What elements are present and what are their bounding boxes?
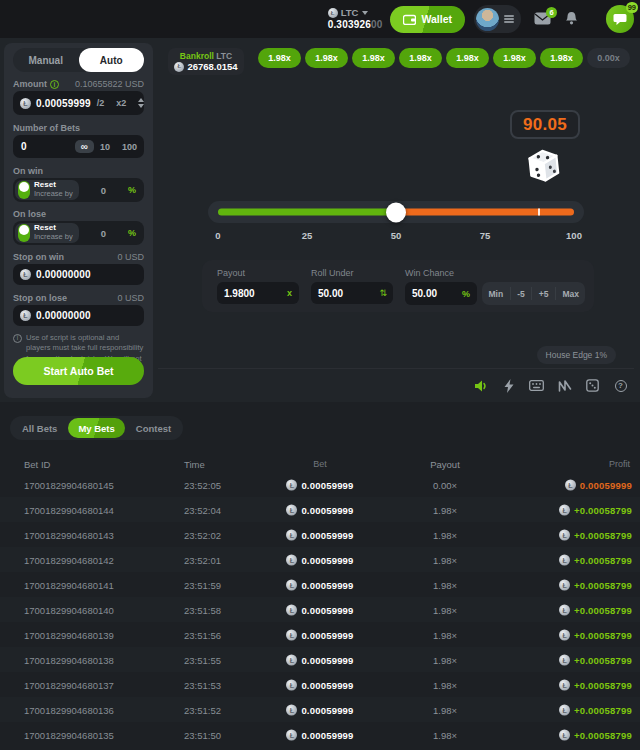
toggle-icon <box>18 181 30 199</box>
table-row[interactable]: 17001829904680135 23:51:50 0.00059999 1.… <box>0 722 640 747</box>
chat-button[interactable]: 99 <box>606 5 634 33</box>
table-row[interactable]: 17001829904680140 23:51:58 0.00059999 1.… <box>0 597 640 622</box>
on-lose-value[interactable]: 0 <box>79 228 128 239</box>
bet-profit: +0.00058799 <box>559 529 632 540</box>
multiplier-pill[interactable]: 1.98x <box>399 48 442 68</box>
instant-bet-icon[interactable] <box>501 378 516 393</box>
toggle-icon <box>18 224 30 242</box>
number-of-bets-label: Number of Bets <box>13 123 144 133</box>
bet-payout-multiplier: 1.98× <box>390 604 500 615</box>
ltc-coin-icon <box>286 529 297 540</box>
on-win-value[interactable]: 0 <box>79 185 128 196</box>
infinity-button[interactable]: ∞ <box>75 140 94 153</box>
roll-under-input[interactable]: 50.00 ⇅ <box>311 282 393 304</box>
chance-minus5-button[interactable]: -5 <box>510 287 532 300</box>
bet-controls-sidebar: Manual Auto Amounti 0.10655822 USD 0.000… <box>4 43 153 398</box>
tab-contest[interactable]: Contest <box>126 418 181 438</box>
bet-id: 17001829904680136 <box>24 704 114 715</box>
multiplier-pill[interactable]: 1.98x <box>540 48 583 68</box>
game-footer <box>158 368 634 402</box>
table-body: 17001829904680145 23:52:05 0.00059999 0.… <box>0 472 640 750</box>
bet-id: 17001829904680141 <box>24 579 114 590</box>
table-row[interactable]: 17001829904680139 23:51:56 0.00059999 1.… <box>0 622 640 647</box>
tab-auto[interactable]: Auto <box>79 48 145 72</box>
slider-track[interactable] <box>218 209 574 216</box>
bet-id: 17001829904680135 <box>24 729 114 740</box>
slider-handle[interactable] <box>386 202 406 222</box>
tab-all-bets[interactable]: All Bets <box>12 418 67 438</box>
payout-input[interactable]: 1.9800 x <box>217 282 299 304</box>
stop-on-win-input[interactable]: 0.00000000 <box>13 264 144 285</box>
ltc-coin-icon <box>559 504 570 515</box>
multiplier-pill-empty: 0.00x <box>587 48 630 68</box>
balance-selector[interactable]: LTC 0.30392600 <box>328 8 383 30</box>
bet-amount: 0.00059999 <box>250 729 390 740</box>
tab-manual[interactable]: Manual <box>13 48 79 72</box>
bankroll-display: Bankroll LTC 26768.0154 <box>168 48 244 75</box>
tab-my-bets[interactable]: My Bets <box>68 418 124 438</box>
multiplier-pill[interactable]: 1.98x <box>446 48 489 68</box>
bet-parameters-panel: Payout 1.9800 x Roll Under 50.00 ⇅ Win C… <box>202 260 594 312</box>
bet-profit: 0.00059999 <box>565 479 632 490</box>
live-stats-icon[interactable] <box>557 378 572 393</box>
chance-max-button[interactable]: Max <box>555 287 586 300</box>
amount-stepper[interactable] <box>132 98 144 108</box>
chevron-down-icon <box>362 11 368 15</box>
table-row[interactable]: 17001829904680138 23:51:55 0.00059999 1.… <box>0 647 640 672</box>
stop-on-lose-input[interactable]: 0.00000000 <box>13 305 144 326</box>
swap-icon[interactable]: ⇅ <box>379 288 386 298</box>
multiplier-pill[interactable]: 1.98x <box>258 48 301 68</box>
multiplier-pill[interactable]: 1.98x <box>305 48 348 68</box>
bell-icon <box>565 11 578 25</box>
chance-plus5-button[interactable]: +5 <box>531 287 555 300</box>
bet-amount: 0.00059999 <box>250 579 390 590</box>
bet-time: 23:52:05 <box>184 479 221 490</box>
table-row[interactable]: 17001829904680145 23:52:05 0.00059999 0.… <box>0 472 640 497</box>
table-row[interactable]: 17001829904680142 23:52:01 0.00059999 1.… <box>0 547 640 572</box>
menu-icon <box>504 15 514 23</box>
dice-icon <box>526 148 562 188</box>
bet-id: 17001829904680143 <box>24 529 114 540</box>
roll-slider[interactable] <box>208 201 584 223</box>
info-icon[interactable]: i <box>50 80 59 89</box>
bet-id: 17001829904680137 <box>24 679 114 690</box>
table-row[interactable]: 17001829904680136 23:51:52 0.00059999 1.… <box>0 697 640 722</box>
amount-input[interactable]: 0.00059999 /2 x2 <box>13 91 144 115</box>
on-lose-label: On lose <box>13 209 144 219</box>
table-row[interactable]: 17001829904680137 23:51:53 0.00059999 1.… <box>0 672 640 697</box>
balance-value: 0.30392600 <box>328 19 383 31</box>
win-chance-input[interactable]: 50.00 % <box>405 282 477 305</box>
table-row[interactable]: 17001829904680144 23:52:04 0.00059999 1.… <box>0 497 640 522</box>
half-button[interactable]: /2 <box>91 98 111 108</box>
bet-id: 17001829904680139 <box>24 629 114 640</box>
on-win-toggle[interactable]: Reset Increase by <box>15 180 79 200</box>
wallet-button[interactable]: Wallet <box>390 6 465 33</box>
slider-scale-label: 75 <box>480 230 491 241</box>
double-button[interactable]: x2 <box>110 98 132 108</box>
number-of-bets-input[interactable]: 0 ∞ 10 100 <box>13 135 144 158</box>
multiplier-pill[interactable]: 1.98x <box>352 48 395 68</box>
multiplier-pill[interactable]: 1.98x <box>493 48 536 68</box>
on-lose-toggle[interactable]: Reset Increase by <box>15 223 79 243</box>
fairness-icon[interactable] <box>585 378 600 393</box>
bet-amount: 0.00059999 <box>250 679 390 690</box>
amount-usd: 0.10655822 USD <box>75 79 144 89</box>
bets-10-button[interactable]: 10 <box>94 142 116 152</box>
mail-button[interactable]: 6 <box>534 12 551 27</box>
ltc-coin-icon <box>286 479 297 490</box>
volume-icon[interactable] <box>473 378 488 393</box>
header-time: Time <box>184 459 205 470</box>
hotkeys-icon[interactable] <box>529 378 544 393</box>
chance-min-button[interactable]: Min <box>482 287 510 300</box>
bet-id: 17001829904680144 <box>24 504 114 515</box>
user-menu[interactable] <box>474 5 521 33</box>
start-auto-bet-button[interactable]: Start Auto Bet <box>13 357 144 385</box>
notifications-button[interactable] <box>565 11 578 27</box>
help-icon[interactable] <box>613 378 628 393</box>
ltc-coin-icon <box>559 579 570 590</box>
table-row[interactable]: 17001829904680141 23:51:59 0.00059999 1.… <box>0 572 640 597</box>
bet-profit: +0.00058799 <box>559 679 632 690</box>
table-row[interactable]: 17001829904680143 23:52:02 0.00059999 1.… <box>0 522 640 547</box>
ltc-coin-icon <box>565 479 576 490</box>
bets-100-button[interactable]: 100 <box>116 142 137 152</box>
